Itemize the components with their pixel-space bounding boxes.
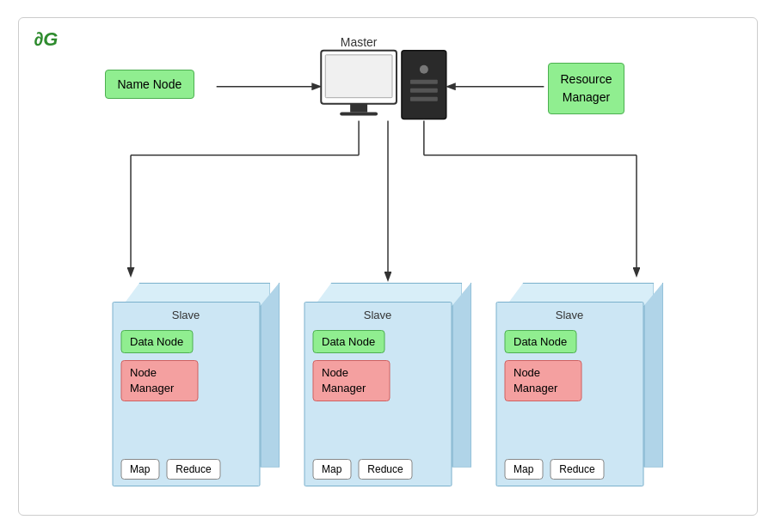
svg-rect-6 <box>409 79 437 83</box>
svg-rect-3 <box>340 112 378 115</box>
svg-point-5 <box>419 64 427 73</box>
resource-manager-box: ResourceManager <box>548 63 625 114</box>
cube-right-2 <box>452 283 471 468</box>
svg-rect-2 <box>350 103 367 112</box>
svg-rect-1 <box>325 54 392 97</box>
resource-manager-label: ResourceManager <box>561 72 612 104</box>
reduce-badge-2: Reduce <box>358 459 412 480</box>
cube-right-3 <box>643 283 663 468</box>
name-node-box: Name Node <box>105 70 195 99</box>
logo: ∂G <box>34 28 58 51</box>
name-node-label: Name Node <box>118 77 182 91</box>
map-reduce-row-1: Map Reduce <box>120 459 251 480</box>
map-reduce-row-2: Map Reduce <box>312 459 443 480</box>
slave-label-3: Slave <box>504 309 635 321</box>
data-node-badge-1: Data Node <box>120 330 193 353</box>
svg-rect-8 <box>409 96 437 101</box>
reduce-badge-3: Reduce <box>550 459 604 480</box>
node-manager-badge-1: NodeManager <box>120 360 198 401</box>
slaves-row: Slave Data Node NodeManager Map Reduce S… <box>112 283 663 489</box>
reduce-badge-1: Reduce <box>166 459 220 480</box>
slave-box-2: Slave Data Node NodeManager Map Reduce <box>304 283 471 489</box>
svg-rect-4 <box>401 50 446 119</box>
cube-content-1: Slave Data Node NodeManager Map Reduce <box>112 302 260 486</box>
slave-label-1: Slave <box>120 309 251 321</box>
data-node-badge-2: Data Node <box>312 330 384 353</box>
node-manager-badge-3: NodeManager <box>504 360 581 401</box>
slave-label-2: Slave <box>312 309 443 321</box>
node-manager-badge-2: NodeManager <box>312 360 390 401</box>
diagram-container: ∂G Master <box>18 17 758 516</box>
cube-content-2: Slave Data Node NodeManager Map Reduce <box>304 302 452 486</box>
slave-box-1: Slave Data Node NodeManager Map Reduce <box>112 283 280 489</box>
svg-rect-0 <box>321 50 397 103</box>
map-reduce-row-3: Map Reduce <box>504 459 635 480</box>
map-badge-3: Map <box>504 459 543 480</box>
svg-rect-7 <box>409 88 437 92</box>
slave-box-3: Slave Data Node NodeManager Map Reduce <box>495 283 663 489</box>
svg-text:Master: Master <box>340 34 377 48</box>
map-badge-1: Map <box>120 459 159 480</box>
map-badge-2: Map <box>312 459 351 480</box>
cube-right-1 <box>260 283 280 468</box>
data-node-badge-3: Data Node <box>504 330 576 353</box>
cube-content-3: Slave Data Node NodeManager Map Reduce <box>495 302 643 486</box>
